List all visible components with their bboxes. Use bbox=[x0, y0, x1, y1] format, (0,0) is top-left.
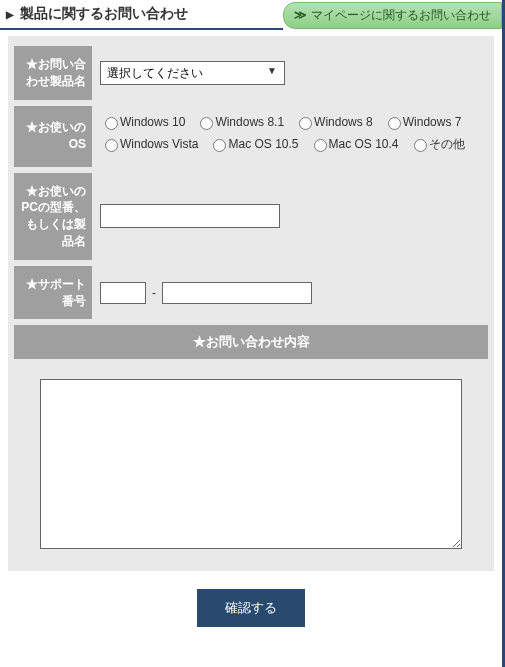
pc-model-input[interactable] bbox=[100, 204, 280, 228]
support-no-part2[interactable] bbox=[162, 282, 312, 304]
os-option-win81[interactable]: Windows 8.1 bbox=[195, 114, 284, 130]
os-radio[interactable] bbox=[414, 139, 427, 152]
os-option-mac105[interactable]: Mac OS 10.5 bbox=[208, 136, 298, 152]
chevron-right-icon: ≫ bbox=[294, 8, 307, 22]
label-pc-model: ★お使いのPCの型番、もしくは製品名 bbox=[14, 173, 92, 260]
label-product-name: ★お問い合わせ製品名 bbox=[14, 46, 92, 100]
label-content: ★お問い合わせ内容 bbox=[14, 325, 488, 359]
inquiry-content-textarea[interactable] bbox=[40, 379, 462, 549]
support-no-part1[interactable] bbox=[100, 282, 146, 304]
os-radio[interactable] bbox=[299, 117, 312, 130]
triangle-icon: ▶ bbox=[6, 9, 14, 20]
support-no-dash: - bbox=[152, 286, 156, 300]
os-option-win8[interactable]: Windows 8 bbox=[294, 114, 373, 130]
page-title: ▶ 製品に関するお問い合わせ bbox=[0, 0, 283, 30]
os-option-vista[interactable]: Windows Vista bbox=[100, 136, 198, 152]
os-option-mac104[interactable]: Mac OS 10.4 bbox=[309, 136, 399, 152]
confirm-button[interactable]: 確認する bbox=[197, 589, 305, 627]
mypage-link-label: マイページに関するお問い合わせ bbox=[311, 7, 491, 24]
os-option-other[interactable]: その他 bbox=[409, 136, 465, 153]
label-support-no: ★サポート番号 bbox=[14, 266, 92, 320]
os-option-win7[interactable]: Windows 7 bbox=[383, 114, 462, 130]
os-radio-group: Windows 10 Windows 8.1 Windows 8 Windows… bbox=[92, 106, 488, 167]
os-radio[interactable] bbox=[200, 117, 213, 130]
os-radio[interactable] bbox=[105, 139, 118, 152]
mypage-link-tab[interactable]: ≫ マイページに関するお問い合わせ bbox=[283, 2, 502, 29]
os-radio[interactable] bbox=[388, 117, 401, 130]
os-radio[interactable] bbox=[314, 139, 327, 152]
os-radio[interactable] bbox=[213, 139, 226, 152]
os-radio[interactable] bbox=[105, 117, 118, 130]
label-os: ★お使いのOS bbox=[14, 106, 92, 167]
product-select[interactable]: 選択してください bbox=[100, 61, 285, 85]
os-option-win10[interactable]: Windows 10 bbox=[100, 114, 185, 130]
page-title-text: 製品に関するお問い合わせ bbox=[20, 5, 188, 23]
